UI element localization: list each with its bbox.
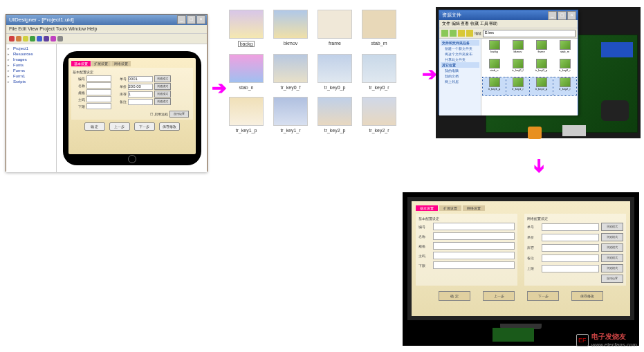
address-input[interactable]: E:\res xyxy=(483,30,576,37)
resource-thumb[interactable]: tr_key1_p xyxy=(230,97,263,137)
tree-item[interactable]: Form1 xyxy=(8,73,55,79)
dialog-button[interactable]: 确 定 xyxy=(84,122,105,131)
tv-bottom-button[interactable]: 下一步 xyxy=(527,291,559,301)
file-item[interactable]: tr_key1_r xyxy=(506,77,529,95)
toolbar-button[interactable] xyxy=(9,36,15,41)
form-input[interactable] xyxy=(86,75,111,82)
resource-thumb[interactable]: tr_key0_p xyxy=(318,54,351,94)
ide-menubar[interactable]: File Edit View Project Tools Window Help xyxy=(6,25,207,34)
toolbar-button[interactable] xyxy=(30,36,35,41)
sidebar-item[interactable]: 创建一个新文件夹 xyxy=(441,46,479,51)
file-item[interactable]: stab_n xyxy=(483,59,506,77)
sidebar-item[interactable]: 我的文档 xyxy=(441,73,479,79)
toolbar-button[interactable] xyxy=(44,36,49,41)
form-input[interactable]: 1 xyxy=(128,91,153,98)
form-input[interactable] xyxy=(128,99,153,105)
browse-button[interactable]: 浏览模式 xyxy=(154,75,171,82)
file-item[interactable]: stab_m xyxy=(553,40,576,58)
dialog-button[interactable]: 保存修改 xyxy=(159,122,180,131)
tv-browse-button[interactable]: 浏览模式 xyxy=(601,264,623,272)
home-button-icon[interactable] xyxy=(128,155,136,163)
resource-thumb[interactable]: bkmov xyxy=(274,10,307,51)
toolbar-button[interactable] xyxy=(37,36,42,41)
forward-icon[interactable] xyxy=(450,30,457,37)
tv-form-input[interactable] xyxy=(542,254,599,262)
resource-thumb[interactable]: tr_key0_r xyxy=(362,54,396,94)
tree-item[interactable]: Project1 xyxy=(8,46,55,51)
tv-bottom-button[interactable]: 保存修改 xyxy=(571,291,603,301)
resource-thumb[interactable]: tr_key2_p xyxy=(318,97,351,137)
toolbar-button[interactable] xyxy=(57,36,63,41)
resource-thumb[interactable]: backg xyxy=(230,10,263,51)
toolbar-button[interactable] xyxy=(16,36,21,41)
tv-form-input[interactable] xyxy=(433,242,515,250)
file-item[interactable]: tr_key2_p xyxy=(530,77,553,95)
tree-item[interactable]: Fonts xyxy=(8,62,55,68)
close-button[interactable]: × xyxy=(196,15,205,24)
ide-toolbar[interactable] xyxy=(6,34,207,44)
resource-thumb[interactable]: stab_n xyxy=(230,54,263,94)
file-item[interactable]: frame xyxy=(530,40,553,58)
tv-form-input[interactable] xyxy=(542,223,599,231)
sidebar-item[interactable]: 共享此文件夹 xyxy=(441,57,479,62)
maximize-button[interactable]: □ xyxy=(187,15,196,24)
dialog-button[interactable]: 上一步 xyxy=(109,122,130,131)
tv-browse-button[interactable]: 浏览模式 xyxy=(601,243,623,252)
tv-form-input[interactable] xyxy=(542,244,599,252)
resource-thumb[interactable]: tr_key2_r xyxy=(362,97,396,137)
tv-form-input[interactable] xyxy=(433,261,515,269)
file-item[interactable]: tr_key0_p xyxy=(530,59,553,77)
tv-form-input[interactable] xyxy=(433,223,515,230)
tv-form-input[interactable] xyxy=(542,265,599,272)
resource-thumb[interactable]: tr_key1_r xyxy=(274,97,307,137)
file-item[interactable]: tr_key2_r xyxy=(553,77,576,95)
tv-tab[interactable]: 网络设置 xyxy=(463,205,485,211)
tree-item[interactable]: Scripts xyxy=(8,79,55,84)
tree-item[interactable]: Resources xyxy=(8,51,55,57)
tablet-tab[interactable]: 网络设置 xyxy=(111,61,131,66)
form-input[interactable]: 0001 xyxy=(128,76,153,82)
toolbar-button[interactable] xyxy=(23,36,28,41)
dialog-button[interactable]: 下一步 xyxy=(134,122,155,131)
folders-icon[interactable] xyxy=(466,30,473,37)
file-item[interactable]: backg xyxy=(483,40,506,58)
sidebar-item[interactable]: 网上邻居 xyxy=(441,79,479,84)
file-item[interactable]: tr_key0_r xyxy=(553,59,576,77)
check-option[interactable]: 启用远程 xyxy=(154,112,168,116)
maximize-button[interactable]: □ xyxy=(558,11,567,20)
file-item[interactable]: tr_key0_f xyxy=(506,59,529,77)
tablet-tab[interactable]: 扩展设置 xyxy=(91,61,111,66)
tv-apply-button[interactable]: 应用设置 xyxy=(601,275,623,283)
tv-browse-button[interactable]: 浏览模式 xyxy=(601,223,623,231)
tv-tab[interactable]: 基本设置 xyxy=(416,205,438,211)
tablet-tab[interactable]: 基本设置 xyxy=(71,61,91,66)
sidebar-item[interactable]: 我的电脑 xyxy=(441,68,479,73)
tv-browse-button[interactable]: 浏览模式 xyxy=(601,254,623,262)
tree-item[interactable]: Forms xyxy=(8,68,55,73)
tv-bottom-button[interactable]: 确 定 xyxy=(439,291,470,301)
form-input[interactable] xyxy=(86,89,111,95)
tree-item[interactable]: Images xyxy=(8,57,55,62)
tv-tab[interactable]: 扩展设置 xyxy=(439,205,461,211)
explorer-menubar[interactable]: 文件 编辑 查看 收藏 工具 帮助 xyxy=(439,20,578,28)
resource-thumb[interactable]: frame xyxy=(318,10,351,51)
sidebar-item[interactable]: 将这个文件夹发布 xyxy=(441,51,479,57)
tv-form-input[interactable] xyxy=(433,252,515,259)
form-input[interactable] xyxy=(86,103,111,109)
resource-thumb[interactable]: tr_key0_f xyxy=(274,54,307,94)
apply-button[interactable]: 应用设置 xyxy=(169,111,189,118)
toolbar-button[interactable] xyxy=(50,36,56,41)
browse-button[interactable]: 浏览模式 xyxy=(154,91,171,98)
tv-browse-button[interactable]: 浏览模式 xyxy=(601,233,623,241)
file-item[interactable]: tr_key1_p xyxy=(483,77,506,95)
close-button[interactable]: × xyxy=(567,11,576,20)
form-input[interactable] xyxy=(86,96,111,102)
resource-thumb[interactable]: stab_m xyxy=(362,10,396,51)
tv-form-input[interactable] xyxy=(433,232,515,240)
minimize-button[interactable]: _ xyxy=(548,11,557,20)
tv-form-input[interactable] xyxy=(542,234,599,241)
file-item[interactable]: bkmov xyxy=(506,40,529,58)
browse-button[interactable]: 浏览模式 xyxy=(154,98,171,105)
minimize-button[interactable]: _ xyxy=(177,15,186,24)
form-input[interactable]: 200.00 xyxy=(128,84,153,90)
